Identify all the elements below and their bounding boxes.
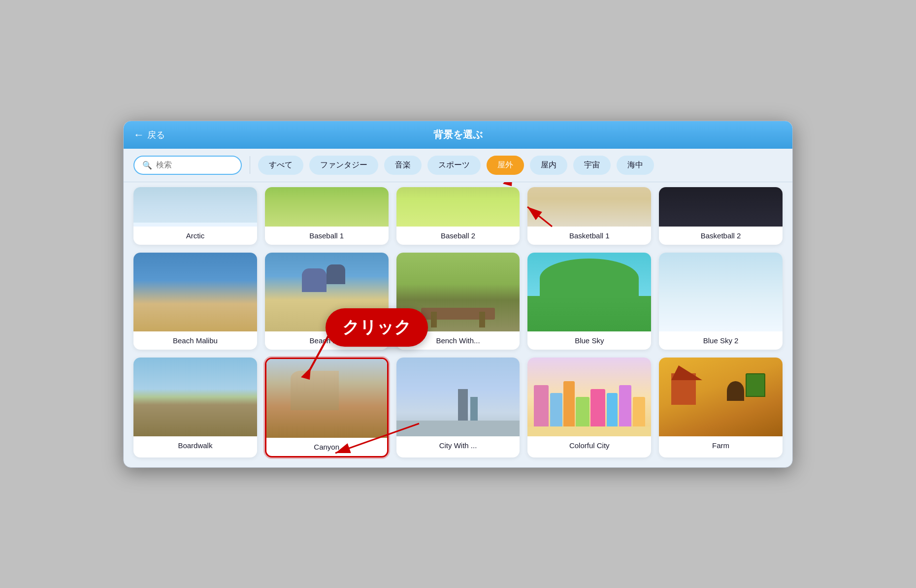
card-basketball2[interactable]: Basketball 2 (659, 187, 783, 245)
card-basketball1[interactable]: Basketball 1 (527, 187, 651, 245)
card-colorful-city[interactable]: Colorful City (527, 358, 651, 457)
card-beach-malibu-label: Beach Malibu (133, 331, 257, 350)
card-beach-rio-label: Beach Rio (265, 331, 389, 350)
card-blue-sky2[interactable]: Blue Sky 2 (659, 253, 783, 350)
filter-fantasy[interactable]: ファンタジー (309, 156, 378, 175)
card-basketball2-label: Basketball 2 (659, 227, 783, 245)
card-blue-sky[interactable]: Blue Sky (527, 253, 651, 350)
svg-line-4 (508, 182, 532, 184)
back-arrow-icon: ← (133, 129, 144, 141)
card-farm-label: Farm (659, 436, 783, 455)
card-blue-sky2-label: Blue Sky 2 (659, 331, 783, 350)
card-blue-sky-label: Blue Sky (527, 331, 651, 350)
card-city-with-label: City With ... (396, 436, 520, 455)
content-area: Arctic Baseball 1 Baseball 2 (124, 182, 792, 467)
filter-all[interactable]: すべて (258, 156, 303, 175)
card-baseball1-label: Baseball 1 (265, 227, 389, 245)
grid-row3: Boardwalk Canyon (133, 358, 783, 457)
card-colorful-city-label: Colorful City (527, 436, 651, 455)
filter-underwater[interactable]: 海中 (617, 156, 654, 175)
search-icon: 🔍 (142, 161, 152, 170)
card-baseball2[interactable]: Baseball 2 (396, 187, 520, 245)
card-boardwalk-label: Boardwalk (133, 436, 257, 455)
search-box[interactable]: 🔍 (133, 156, 242, 175)
page-title: 背景を選ぶ (433, 128, 483, 141)
card-bench-with-label: Bench With... (396, 331, 520, 350)
card-basketball1-label: Basketball 1 (527, 227, 651, 245)
grid-row2: Beach Malibu Beach Rio (133, 253, 783, 350)
card-beach-rio[interactable]: Beach Rio (265, 253, 389, 350)
card-city-with[interactable]: City With ... (396, 358, 520, 457)
back-button[interactable]: ← 戻る (133, 129, 165, 141)
toolbar-divider (250, 156, 250, 174)
filter-sports[interactable]: スポーツ (427, 156, 481, 175)
card-baseball2-label: Baseball 2 (396, 227, 520, 245)
card-canyon[interactable]: Canyon (265, 358, 389, 457)
filter-indoor[interactable]: 屋内 (530, 156, 567, 175)
filter-music[interactable]: 音楽 (384, 156, 422, 175)
card-baseball1[interactable]: Baseball 1 (265, 187, 389, 245)
card-beach-malibu[interactable]: Beach Malibu (133, 253, 257, 350)
grid-row1: Arctic Baseball 1 Baseball 2 (133, 187, 783, 245)
card-arctic-label: Arctic (133, 227, 257, 245)
card-bench-with[interactable]: Bench With... (396, 253, 520, 350)
card-canyon-label: Canyon (266, 438, 387, 456)
card-arctic[interactable]: Arctic (133, 187, 257, 245)
toolbar: 🔍 すべて ファンタジー 音楽 スポーツ 屋外 屋内 宇宙 海中 (124, 149, 792, 182)
card-farm[interactable]: Farm (659, 358, 783, 457)
svg-marker-5 (503, 182, 513, 186)
filter-outdoor[interactable]: 屋外 (487, 156, 524, 175)
app-window: ← 戻る 背景を選ぶ 🔍 すべて ファンタジー 音楽 スポーツ 屋外 屋内 宇宙… (123, 121, 793, 468)
filter-space[interactable]: 宇宙 (573, 156, 611, 175)
back-label: 戻る (147, 129, 165, 141)
search-input[interactable] (156, 161, 225, 169)
card-boardwalk[interactable]: Boardwalk (133, 358, 257, 457)
titlebar: ← 戻る 背景を選ぶ (124, 121, 792, 149)
